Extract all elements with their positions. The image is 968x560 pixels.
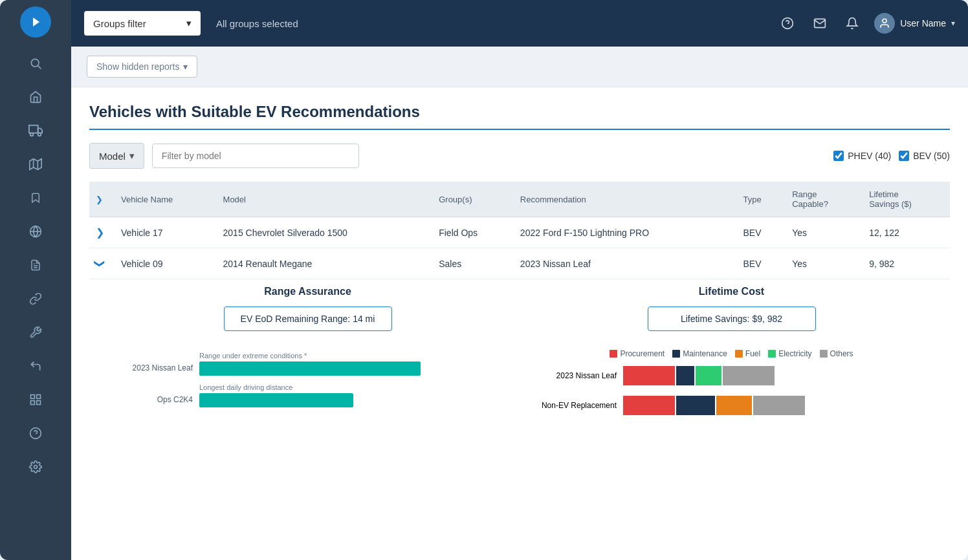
sidebar-icon-fleet[interactable]	[21, 116, 50, 145]
svg-marker-7	[30, 159, 41, 170]
stacked-bar-row-2: Non-EV Replacement	[533, 396, 930, 415]
row2-vehicle-name: Vehicle 09	[115, 248, 217, 279]
others-seg-1	[723, 366, 775, 385]
maintenance-label: Maintenance	[683, 349, 727, 358]
col-lifetime-savings: LifetimeSavings ($)	[863, 182, 950, 217]
filter-by-model-input[interactable]	[152, 144, 359, 168]
sidebar-icon-link[interactable]	[21, 285, 50, 313]
bev-checkbox[interactable]	[899, 151, 909, 161]
row1-type: BEV	[736, 217, 786, 248]
sidebar-icon-bookmark[interactable]	[21, 184, 50, 212]
sidebar-icon-settings[interactable]	[21, 453, 50, 481]
user-section[interactable]: User Name ▾	[874, 13, 955, 34]
lifetime-cost-chart: 2023 Nissan Leaf Non-EV Replacement	[533, 366, 930, 415]
row2-range-capable: Yes	[786, 248, 863, 279]
lifetime-cost-legend: Procurement Maintenance Fuel Electr	[533, 349, 930, 358]
col-type: Type	[736, 182, 786, 217]
sidebar	[0, 0, 71, 560]
sidebar-icon-globe[interactable]	[21, 217, 50, 246]
groups-filter-arrow: ▾	[186, 17, 192, 29]
row1-range-capable: Yes	[786, 217, 863, 248]
svg-rect-14	[31, 395, 35, 399]
sidebar-icon-home[interactable]	[21, 83, 50, 111]
row1-expand-cell: ❯	[89, 217, 115, 248]
filter-row: Model ▾ PHEV (40) BEV (50)	[89, 143, 950, 169]
bev-checkbox-label[interactable]: BEV (50)	[899, 151, 950, 161]
lifetime-cost-title: Lifetime Cost	[533, 286, 930, 297]
electricity-label: Electricity	[778, 349, 811, 358]
procurement-seg-1	[623, 366, 675, 385]
col-model: Model	[217, 182, 433, 217]
table-row: ❯ Vehicle 17 2015 Chevrolet Silverado 15…	[89, 217, 950, 248]
row2-recommendation: 2023 Nissan Leaf	[514, 248, 737, 279]
svg-point-23	[883, 19, 886, 23]
svg-rect-16	[37, 401, 41, 405]
range-bar2	[199, 393, 353, 407]
table-row: ❯ Vehicle 09 2014 Renault Megane Sales 2…	[89, 248, 950, 279]
sidebar-logo[interactable]	[20, 6, 51, 38]
maintenance-color	[672, 350, 680, 358]
model-dropdown-button[interactable]: Model ▾	[89, 143, 144, 169]
phev-checkbox[interactable]	[833, 151, 844, 161]
svg-rect-15	[37, 395, 41, 399]
bell-icon[interactable]	[842, 13, 863, 34]
sidebar-icon-search[interactable]	[21, 49, 50, 78]
stacked-bar-row-1: 2023 Nissan Leaf	[533, 366, 930, 385]
expanded-details-section: Range Assurance EV EoD Remaining Range: …	[89, 279, 950, 445]
fuel-seg-2	[716, 396, 752, 415]
procurement-seg-2	[623, 396, 675, 415]
row2-expand-icon[interactable]: ❯	[94, 259, 106, 268]
procurement-color	[610, 350, 617, 358]
col-range-capable: RangeCapable?	[786, 182, 863, 217]
vehicles-table: ❯ Vehicle Name Model Group(s) Recommenda…	[89, 182, 950, 279]
model-dropdown-arrow: ▾	[129, 150, 135, 162]
row2-expand-cell: ❯	[89, 248, 115, 279]
stacked-label-2: Non-EV Replacement	[533, 401, 623, 410]
svg-marker-0	[33, 17, 39, 27]
row1-model: 2015 Chevrolet Silverado 1500	[217, 217, 433, 248]
content-area: Vehicles with Suitable EV Recommendation…	[71, 87, 968, 560]
col-groups: Group(s)	[432, 182, 514, 217]
others-color	[820, 350, 828, 358]
range-bar1	[199, 361, 421, 376]
others-label: Others	[830, 349, 853, 358]
bev-label: BEV (50)	[913, 151, 950, 161]
legend-others: Others	[820, 349, 853, 358]
collapse-all-icon[interactable]: ❯	[96, 195, 103, 204]
range-bar1-label: 2023 Nissan Leaf	[109, 352, 199, 372]
phev-checkbox-label[interactable]: PHEV (40)	[833, 151, 891, 161]
sidebar-icon-grid[interactable]	[21, 385, 50, 414]
sidebar-icon-help[interactable]	[21, 419, 50, 447]
svg-point-5	[30, 133, 34, 136]
row1-vehicle-name: Vehicle 17	[115, 217, 217, 248]
col-expand: ❯	[89, 182, 115, 217]
show-hidden-reports-button[interactable]: Show hidden reports ▾	[87, 56, 197, 78]
sidebar-icon-undo[interactable]	[21, 352, 50, 380]
range-bar1-sublabel: Range under extreme conditions *	[199, 352, 507, 360]
sub-header: Show hidden reports ▾	[71, 47, 968, 87]
user-name-label: User Name	[900, 18, 946, 28]
sidebar-icon-map[interactable]	[21, 150, 50, 178]
help-icon[interactable]	[777, 13, 798, 34]
sidebar-icon-report[interactable]	[21, 251, 50, 279]
row2-lifetime-savings: 9, 982	[863, 248, 950, 279]
show-hidden-arrow: ▾	[183, 61, 188, 72]
svg-rect-17	[31, 401, 35, 405]
range-bar2-label: Ops C2K4	[109, 383, 199, 404]
row1-groups: Field Ops	[432, 217, 514, 248]
col-recommendation: Recommendation	[514, 182, 737, 217]
mail-icon[interactable]	[809, 13, 830, 34]
svg-point-6	[38, 133, 41, 136]
show-hidden-label: Show hidden reports	[96, 61, 179, 72]
row1-expand-icon[interactable]: ❯	[96, 227, 104, 238]
sidebar-icon-wrench[interactable]	[21, 318, 50, 347]
groups-filter-button[interactable]: Groups filter ▾	[84, 11, 201, 36]
stacked-label-1: 2023 Nissan Leaf	[533, 371, 623, 380]
legend-maintenance: Maintenance	[672, 349, 727, 358]
legend-fuel: Fuel	[735, 349, 760, 358]
row2-groups: Sales	[432, 248, 514, 279]
row2-model: 2014 Renault Megane	[217, 248, 433, 279]
maintenance-seg-2	[676, 396, 715, 415]
fuel-color	[735, 350, 743, 358]
table-header-row: ❯ Vehicle Name Model Group(s) Recommenda…	[89, 182, 950, 217]
